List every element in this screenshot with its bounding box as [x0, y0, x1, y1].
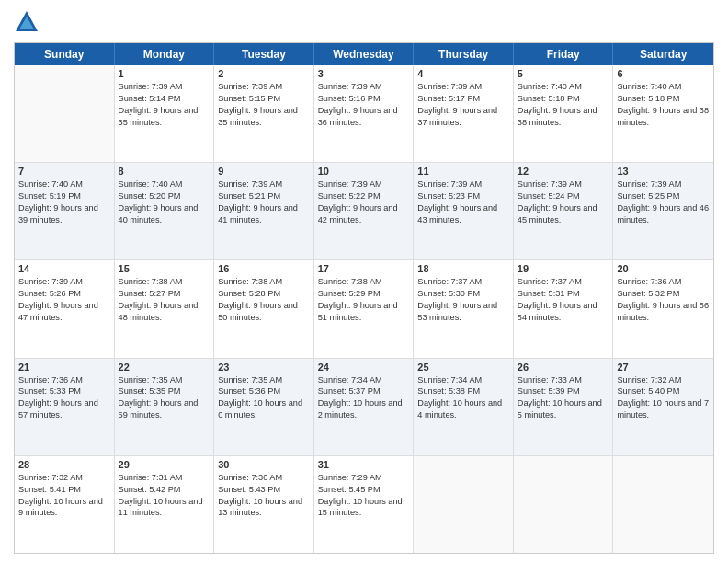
cell-info-line: Sunrise: 7:29 AM [318, 472, 410, 484]
logo-icon [14, 9, 40, 35]
cell-info-line: Daylight: 10 hours and 5 minutes. [518, 397, 609, 421]
cell-info-line: Sunrise: 7:31 AM [119, 472, 210, 484]
calendar-header-cell: Thursday [414, 43, 514, 65]
cell-info-line: Sunset: 5:19 PM [18, 190, 110, 202]
day-number: 3 [318, 68, 410, 79]
calendar-cell: 10Sunrise: 7:39 AMSunset: 5:22 PMDayligh… [314, 163, 415, 259]
calendar-cell [414, 456, 514, 553]
day-number: 4 [417, 68, 509, 79]
day-number: 21 [18, 362, 110, 373]
calendar-header-cell: Wednesday [314, 43, 415, 65]
day-number: 28 [18, 459, 110, 470]
cell-info-line: Daylight: 9 hours and 35 minutes. [119, 105, 210, 129]
cell-info-line: Sunset: 5:23 PM [417, 190, 509, 202]
cell-info-line: Daylight: 9 hours and 43 minutes. [417, 202, 509, 226]
cell-info-line: Sunset: 5:27 PM [119, 288, 210, 300]
logo [14, 9, 43, 35]
calendar-cell: 4Sunrise: 7:39 AMSunset: 5:17 PMDaylight… [414, 65, 514, 162]
cell-info-line: Sunrise: 7:40 AM [119, 178, 210, 190]
day-number: 1 [119, 68, 210, 79]
cell-info-line: Sunrise: 7:40 AM [18, 178, 110, 190]
cell-info-line: Sunset: 5:45 PM [318, 484, 410, 496]
calendar-cell: 28Sunrise: 7:32 AMSunset: 5:41 PMDayligh… [15, 456, 115, 553]
cell-info-line: Sunset: 5:20 PM [119, 190, 210, 202]
cell-info-line: Daylight: 10 hours and 4 minutes. [417, 397, 509, 421]
cell-info-line: Daylight: 9 hours and 46 minutes. [617, 202, 710, 226]
cell-info-line: Sunset: 5:39 PM [518, 385, 609, 397]
cell-info-line: Sunset: 5:16 PM [318, 93, 410, 105]
cell-info-line: Daylight: 10 hours and 11 minutes. [119, 496, 210, 520]
cell-info-line: Sunset: 5:21 PM [218, 190, 310, 202]
day-number: 26 [518, 362, 609, 373]
cell-info-line: Sunrise: 7:32 AM [18, 472, 110, 484]
calendar-cell: 23Sunrise: 7:35 AMSunset: 5:36 PMDayligh… [214, 359, 314, 455]
cell-info-line: Daylight: 9 hours and 53 minutes. [417, 300, 509, 324]
day-number: 14 [18, 263, 110, 274]
cell-info-line: Daylight: 9 hours and 48 minutes. [119, 300, 210, 324]
cell-info-line: Sunset: 5:33 PM [18, 385, 110, 397]
calendar-cell: 21Sunrise: 7:36 AMSunset: 5:33 PMDayligh… [15, 359, 115, 455]
cell-info-line: Daylight: 9 hours and 35 minutes. [218, 105, 310, 129]
cell-info-line: Sunset: 5:22 PM [318, 190, 410, 202]
cell-info-line: Sunset: 5:25 PM [617, 190, 710, 202]
day-number: 27 [617, 362, 710, 373]
day-number: 24 [318, 362, 410, 373]
cell-info-line: Sunrise: 7:36 AM [18, 374, 110, 386]
calendar-cell: 8Sunrise: 7:40 AMSunset: 5:20 PMDaylight… [115, 163, 215, 259]
calendar-cell: 30Sunrise: 7:30 AMSunset: 5:43 PMDayligh… [214, 456, 314, 553]
day-number: 11 [417, 166, 509, 177]
day-number: 2 [218, 68, 310, 79]
cell-info-line: Sunrise: 7:39 AM [417, 81, 509, 93]
cell-info-line: Sunrise: 7:35 AM [218, 374, 310, 386]
calendar-cell: 22Sunrise: 7:35 AMSunset: 5:35 PMDayligh… [115, 359, 215, 455]
cell-info-line: Sunset: 5:18 PM [617, 93, 710, 105]
cell-info-line: Sunrise: 7:39 AM [218, 81, 310, 93]
cell-info-line: Sunset: 5:17 PM [417, 93, 509, 105]
day-number: 22 [119, 362, 210, 373]
cell-info-line: Daylight: 10 hours and 15 minutes. [318, 496, 410, 520]
calendar-header-row: SundayMondayTuesdayWednesdayThursdayFrid… [15, 43, 713, 65]
day-number: 13 [617, 166, 710, 177]
day-number: 7 [18, 166, 110, 177]
day-number: 31 [318, 459, 410, 470]
cell-info-line: Sunrise: 7:32 AM [617, 374, 710, 386]
cell-info-line: Daylight: 9 hours and 42 minutes. [318, 202, 410, 226]
header [14, 9, 714, 35]
calendar-cell [514, 456, 614, 553]
calendar-body: 1Sunrise: 7:39 AMSunset: 5:14 PMDaylight… [15, 65, 713, 553]
cell-info-line: Sunset: 5:30 PM [417, 288, 509, 300]
calendar-cell: 25Sunrise: 7:34 AMSunset: 5:38 PMDayligh… [414, 359, 514, 455]
cell-info-line: Daylight: 9 hours and 38 minutes. [617, 105, 710, 129]
cell-info-line: Daylight: 9 hours and 45 minutes. [518, 202, 609, 226]
cell-info-line: Sunrise: 7:39 AM [218, 178, 310, 190]
cell-info-line: Sunrise: 7:38 AM [119, 276, 210, 288]
calendar-row: 1Sunrise: 7:39 AMSunset: 5:14 PMDaylight… [15, 65, 713, 163]
cell-info-line: Sunrise: 7:38 AM [218, 276, 310, 288]
calendar-cell: 27Sunrise: 7:32 AMSunset: 5:40 PMDayligh… [613, 359, 713, 455]
cell-info-line: Sunrise: 7:39 AM [617, 178, 710, 190]
cell-info-line: Sunset: 5:43 PM [218, 484, 310, 496]
cell-info-line: Sunrise: 7:34 AM [417, 374, 509, 386]
cell-info-line: Daylight: 9 hours and 41 minutes. [218, 202, 310, 226]
day-number: 25 [417, 362, 509, 373]
calendar-header-cell: Tuesday [214, 43, 314, 65]
cell-info-line: Sunset: 5:32 PM [617, 288, 710, 300]
calendar-row: 7Sunrise: 7:40 AMSunset: 5:19 PMDaylight… [15, 163, 713, 260]
calendar: SundayMondayTuesdayWednesdayThursdayFrid… [14, 42, 714, 554]
day-number: 9 [218, 166, 310, 177]
cell-info-line: Daylight: 9 hours and 59 minutes. [119, 397, 210, 421]
cell-info-line: Sunrise: 7:37 AM [518, 276, 609, 288]
day-number: 15 [119, 263, 210, 274]
calendar-header-cell: Saturday [613, 43, 713, 65]
cell-info-line: Sunrise: 7:36 AM [617, 276, 710, 288]
cell-info-line: Daylight: 10 hours and 13 minutes. [218, 496, 310, 520]
cell-info-line: Daylight: 9 hours and 37 minutes. [417, 105, 509, 129]
calendar-cell: 6Sunrise: 7:40 AMSunset: 5:18 PMDaylight… [613, 65, 713, 162]
day-number: 23 [218, 362, 310, 373]
cell-info-line: Sunset: 5:37 PM [318, 385, 410, 397]
calendar-cell: 9Sunrise: 7:39 AMSunset: 5:21 PMDaylight… [214, 163, 314, 259]
cell-info-line: Sunset: 5:36 PM [218, 385, 310, 397]
calendar-row: 14Sunrise: 7:39 AMSunset: 5:26 PMDayligh… [15, 260, 713, 358]
cell-info-line: Sunrise: 7:39 AM [318, 178, 410, 190]
cell-info-line: Sunset: 5:38 PM [417, 385, 509, 397]
